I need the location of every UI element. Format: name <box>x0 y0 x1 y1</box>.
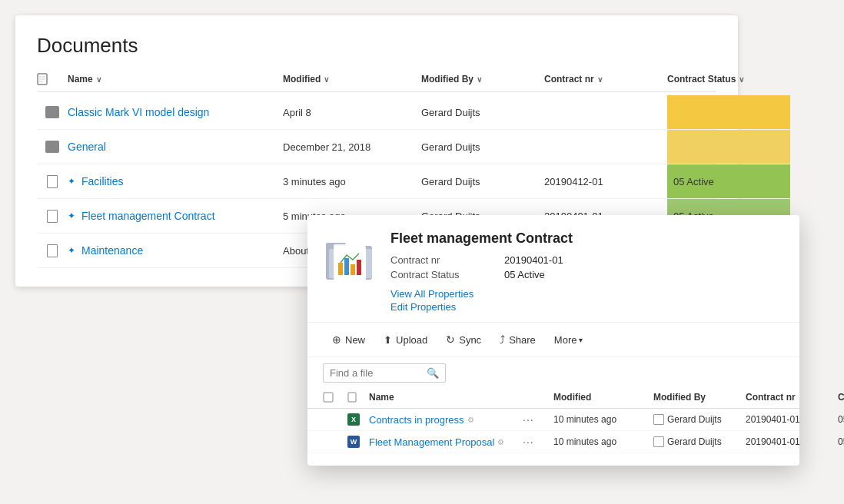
inner-file-name[interactable]: Contracts in progress ⚙ <box>369 414 523 426</box>
col-name[interactable]: Name ∨ <box>68 73 283 85</box>
inner-table-row: X Contracts in progress ⚙ ··· 10 minutes… <box>307 409 799 431</box>
inner-col-dots <box>523 392 553 405</box>
col-icon <box>37 73 68 85</box>
search-row: 🔍 <box>307 357 799 386</box>
inner-contractnr: 20190401-01 <box>746 414 838 425</box>
settings-icon: ⚙ <box>467 416 474 424</box>
status-cell <box>667 130 790 164</box>
upload-icon: ⬆ <box>384 334 392 346</box>
search-box[interactable]: 🔍 <box>323 363 446 383</box>
popup-header: Fleet management Contract Contract nr 20… <box>307 215 799 322</box>
file-name-link[interactable]: General <box>68 141 283 153</box>
sort-modified-icon: ∨ <box>324 75 329 84</box>
meta-label-contractnr: Contract nr <box>390 254 498 266</box>
file-icon <box>37 210 68 223</box>
file-icon <box>37 106 68 118</box>
sync-button[interactable]: ↻ Sync <box>437 329 490 350</box>
inner-col-modifiedby: Modified By <box>653 392 746 405</box>
search-icon: 🔍 <box>427 367 439 379</box>
modified-by: Gerard Duijts <box>421 141 544 153</box>
file-name-link[interactable]: ✦ Maintenance <box>68 244 283 257</box>
status-cell: 05 Active <box>667 164 790 198</box>
modified-by-checkbox[interactable] <box>653 414 664 425</box>
inner-file-name[interactable]: Fleet Management Proposal ⚙ <box>369 436 523 448</box>
file-type-icon-col: X <box>347 413 369 426</box>
meta-value-contractnr: 20190401-01 <box>504 254 781 266</box>
folder-illustration <box>323 230 378 286</box>
inner-col-check <box>323 392 347 405</box>
popup-title: Fleet management Contract <box>390 230 781 247</box>
asterisk-icon: ✦ <box>68 245 75 256</box>
settings-icon: ⚙ <box>497 438 504 446</box>
inner-table: Name Modified Modified By Contract nr Co… <box>307 386 799 466</box>
share-button[interactable]: ⤴ Share <box>490 329 545 350</box>
more-button[interactable]: More ▾ <box>545 330 593 350</box>
table-header: Name ∨ Modified ∨ Modified By ∨ Contract… <box>37 73 716 92</box>
inner-modifiedby-col: Gerard Duijts <box>653 414 746 425</box>
word-icon: W <box>347 436 360 448</box>
asterisk-icon: ✦ <box>68 176 75 187</box>
inner-modifiedby: Gerard Duijts <box>667 414 722 425</box>
inner-status: 05 Active <box>838 414 844 425</box>
sort-status-icon: ∨ <box>739 75 744 84</box>
svg-rect-10 <box>324 393 333 402</box>
inner-modified: 10 minutes ago <box>553 414 653 425</box>
file-type-icon-col: W <box>347 436 369 448</box>
col-contract-nr[interactable]: Contract nr ∨ <box>544 73 667 85</box>
excel-icon: X <box>347 413 360 426</box>
inner-col-contractnr: Contract nr <box>746 392 838 405</box>
svg-rect-7 <box>344 258 349 275</box>
search-input[interactable] <box>330 367 422 379</box>
page-title: Documents <box>37 34 716 58</box>
inner-table-row: W Fleet Management Proposal ⚙ ··· 10 min… <box>307 431 799 453</box>
popup-meta: Contract nr 20190401-01 Contract Status … <box>390 254 781 280</box>
asterisk-icon: ✦ <box>68 211 75 221</box>
modified-by-checkbox[interactable] <box>653 436 664 447</box>
file-name-link[interactable]: ✦ Facilities <box>68 175 283 187</box>
modified-by: Gerard Duijts <box>421 107 544 118</box>
svg-rect-9 <box>357 260 361 275</box>
inner-col-status: Contract Status <box>838 392 844 405</box>
sync-icon: ↻ <box>446 333 455 346</box>
col-modified[interactable]: Modified ∨ <box>283 73 421 85</box>
popup-card: Fleet management Contract Contract nr 20… <box>307 215 799 466</box>
more-chevron-icon: ▾ <box>579 336 583 344</box>
upload-button[interactable]: ⬆ Upload <box>374 330 437 350</box>
sort-modifiedby-icon: ∨ <box>477 75 482 84</box>
edit-properties-link[interactable]: Edit Properties <box>390 301 781 313</box>
inner-status: 05 Active <box>838 436 844 447</box>
row-options-button[interactable]: ··· <box>523 436 553 448</box>
meta-value-status: 05 Active <box>504 269 781 280</box>
popup-toolbar: ⊕ New ⬆ Upload ↻ Sync ⤴ Share More ▾ <box>307 322 799 357</box>
modified-date: 3 minutes ago <box>283 176 421 187</box>
inner-col-name: Name <box>369 392 523 405</box>
svg-rect-6 <box>338 263 343 275</box>
inner-contractnr: 20190401-01 <box>746 436 838 447</box>
sort-name-icon: ∨ <box>96 75 101 84</box>
inner-col-icon <box>347 392 369 405</box>
inner-modifiedby-col: Gerard Duijts <box>653 436 746 447</box>
svg-rect-11 <box>348 393 356 402</box>
col-contract-status[interactable]: Contract Status ∨ <box>667 73 790 85</box>
popup-info: Fleet management Contract Contract nr 20… <box>390 230 781 313</box>
svg-rect-8 <box>351 264 355 275</box>
table-row: ✦ Facilities 3 minutes ago Gerard Duijts… <box>37 164 716 199</box>
row-options-button[interactable]: ··· <box>523 413 553 426</box>
modified-date: December 21, 2018 <box>283 141 421 153</box>
table-row: General December 21, 2018 Gerard Duijts <box>37 130 716 164</box>
share-icon: ⤴ <box>500 333 505 346</box>
new-icon: ⊕ <box>332 333 341 346</box>
file-icon <box>37 244 68 257</box>
table-row: Classic Mark VI model design April 8 Ger… <box>37 95 716 130</box>
view-all-properties-link[interactable]: View All Properties <box>390 288 781 300</box>
inner-modified: 10 minutes ago <box>553 436 653 447</box>
meta-label-status: Contract Status <box>390 269 498 280</box>
col-modified-by[interactable]: Modified By ∨ <box>421 73 544 85</box>
file-name-link[interactable]: ✦ Fleet management Contract <box>68 210 283 222</box>
inner-table-header: Name Modified Modified By Contract nr Co… <box>307 389 799 409</box>
new-button[interactable]: ⊕ New <box>323 329 374 350</box>
file-icon <box>37 175 68 188</box>
modified-date: April 8 <box>283 107 421 118</box>
popup-links: View All Properties Edit Properties <box>390 288 781 313</box>
file-name-link[interactable]: Classic Mark VI model design <box>68 106 283 118</box>
